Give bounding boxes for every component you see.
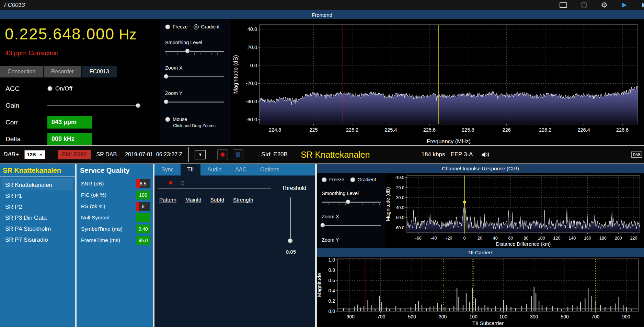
tab-connection[interactable]: Connection (0, 66, 43, 77)
cir-zoom-x-slider[interactable] (322, 222, 381, 229)
tii-carriers-plot[interactable]: -900-700-500-300-1001003005007009000.00.… (317, 257, 644, 327)
speaker-icon[interactable] (481, 151, 491, 158)
tab-options[interactable]: Options (253, 164, 286, 175)
svg-text:200: 200 (615, 236, 622, 241)
svg-text:80: 80 (524, 236, 528, 241)
zoom-y-slider-handle[interactable] (164, 99, 169, 104)
svg-text:-500: -500 (406, 314, 416, 319)
settings-gear-icon[interactable]: ⚙ (601, 1, 608, 9)
service-list-item[interactable]: SR P7 Sisuradio (2, 234, 73, 245)
cir-freeze-radio[interactable] (322, 177, 327, 182)
svg-text:-300: -300 (437, 314, 447, 319)
service-quality-title: Service Quality (77, 164, 153, 178)
tab-aac[interactable]: AAC (228, 164, 253, 175)
gain-slider[interactable] (47, 102, 141, 109)
rs-gauge: 8 (136, 202, 150, 211)
svg-text:100: 100 (499, 314, 508, 319)
play-icon[interactable] (621, 2, 628, 8)
tii-slider-track[interactable] (158, 188, 271, 189)
recorder-dropdown-button[interactable]: ▼ (195, 150, 206, 159)
window-title: FC0013 (4, 2, 25, 9)
tab-audio[interactable]: Audio (200, 164, 228, 175)
quality-row: Null Symbol (77, 212, 153, 223)
svg-text:500: 500 (561, 314, 569, 319)
svg-text:-900: -900 (345, 314, 355, 319)
ensemble-label: SR DAB (96, 152, 117, 158)
cir-gradient-radio[interactable] (350, 177, 355, 182)
gain-slider-track (47, 105, 141, 106)
quality-row: SNR (dB) 8.5 (77, 178, 153, 189)
svg-text:225.4: 225.4 (384, 127, 397, 133)
zoom-x-slider[interactable] (165, 73, 224, 80)
threshold-value: 0.05 (286, 249, 296, 255)
service-list-item[interactable]: SR Knattekanalen (2, 180, 73, 190)
service-list-item[interactable]: SR P3 Din Gata (2, 213, 73, 223)
zoom-x-slider-track (165, 76, 224, 77)
zoom-x-slider-handle[interactable] (164, 74, 169, 79)
service-list-item[interactable]: SR P2 (2, 202, 73, 212)
cir-smoothing-slider[interactable] (322, 199, 381, 206)
frontend-header: Frontend (0, 10, 644, 19)
agc-radio[interactable] (47, 86, 53, 91)
cir-zoom-y-label: Zoom Y (322, 237, 386, 243)
agc-label: AGC (5, 85, 47, 93)
spectrum-plot[interactable]: 224.8225225.2225.4225.6225.8226226.2226.… (231, 19, 644, 147)
stop-icon (236, 153, 240, 157)
threshold-slider-handle[interactable] (288, 238, 293, 243)
cir-zoom-x-slider-handle[interactable] (320, 223, 325, 228)
play-icon-secondary[interactable] (641, 2, 644, 8)
right-column: Channel Impulse Response (CIR) Freeze Gr… (317, 164, 644, 327)
cir-plot[interactable]: -60-40-20020406080100120140160180200220-… (386, 173, 644, 249)
svg-text:Distance Difference (km): Distance Difference (km) (496, 241, 551, 247)
threshold-slider[interactable] (287, 197, 294, 243)
record-button[interactable] (217, 149, 228, 160)
info-icon[interactable]: i (581, 2, 587, 8)
svg-text:Magnitude: Magnitude (317, 273, 322, 297)
freeze-radio[interactable] (165, 24, 170, 29)
threshold-slider-track (290, 197, 291, 243)
svg-text:20.0: 20.0 (248, 45, 257, 50)
quality-label: SymbolTime (ms) (81, 226, 123, 232)
zoom-y-slider[interactable] (165, 99, 224, 106)
cir-freeze-label: Freeze (329, 177, 344, 182)
svg-text:-40.0: -40.0 (246, 99, 257, 104)
gain-slider-handle[interactable] (136, 103, 140, 108)
column-mainid[interactable]: MainId (185, 197, 202, 203)
svg-text:700: 700 (591, 314, 600, 319)
spectrum-plot-area: 224.8225225.2225.4225.6225.8226226.2226.… (231, 19, 644, 147)
tab-sync[interactable]: Sync (154, 164, 181, 175)
display-icon[interactable] (560, 2, 567, 8)
app-window: FC0013 i ⚙ Frontend 0.225.648.000Hz 43 p… (0, 0, 644, 327)
column-pattern[interactable]: Pattern (159, 197, 176, 203)
svg-text:225.6: 225.6 (423, 127, 436, 133)
gradient-radio[interactable]: × (194, 24, 199, 29)
tab-tii[interactable]: TII (181, 164, 201, 175)
chevron-down-icon: ▼ (39, 153, 43, 157)
delta-label: Delta (5, 135, 47, 143)
service-list-item[interactable]: SR P1 (2, 191, 73, 201)
delta-value-box: 000 kHz (47, 133, 92, 145)
service-list: SR Knattekanalen SR P1 SR P2 SR P3 Din G… (0, 177, 75, 245)
tab-recorder[interactable]: Recorder (44, 66, 81, 77)
cir-zoom-x-slider-track (322, 225, 381, 226)
channel-select[interactable]: 12B ▼ (24, 150, 46, 159)
column-strength[interactable]: Strength (233, 197, 253, 203)
zoom-y-slider-track (165, 101, 224, 102)
service-list-item[interactable]: SR P4 Stockholm (2, 223, 73, 234)
cir-gradient-label: Gradient (358, 177, 376, 182)
mouse-radio[interactable] (165, 117, 170, 122)
svg-text:0.2: 0.2 (329, 298, 335, 304)
svg-text:225: 225 (309, 127, 318, 133)
cir-header: Channel Impulse Response (CIR) (317, 164, 644, 173)
frame-time-gauge: 96.0 (136, 236, 150, 245)
frequency-unit: Hz (119, 26, 136, 43)
svg-text:-40.0: -40.0 (395, 205, 405, 210)
quality-row: SymbolTime (ms) 0.40 (77, 223, 153, 234)
column-subid[interactable]: SubId (210, 197, 225, 203)
service-list-header: SR Knattekanalen (0, 164, 75, 177)
stop-button[interactable] (233, 149, 243, 160)
null-symbol-gauge (136, 213, 150, 222)
smoothing-slider[interactable] (165, 48, 224, 55)
tab-fc0013[interactable]: FC0013 (82, 66, 117, 77)
svg-text:300: 300 (530, 314, 538, 319)
